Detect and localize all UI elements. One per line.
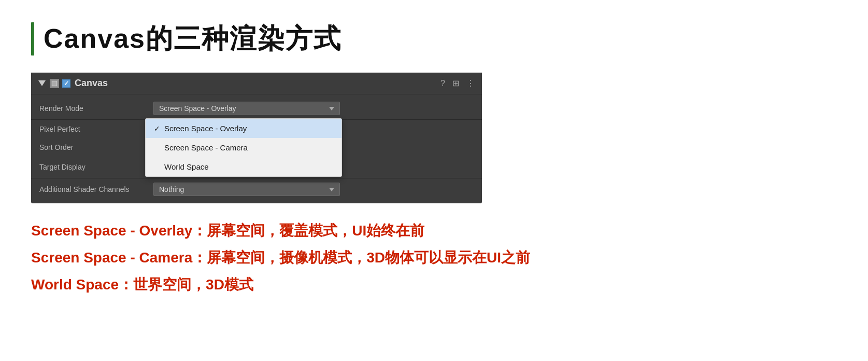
shader-channels-arrow-icon: [329, 188, 334, 191]
component-enabled-checkbox[interactable]: ✓: [62, 79, 70, 88]
dropdown-option-camera[interactable]: Screen Space - Camera: [146, 138, 341, 157]
desc-line-camera: Screen Space - Camera：屏幕空间，摄像机模式，3D物体可以显…: [31, 247, 837, 269]
unity-panel: ✓ Canvas ? ⊞ ⋮ Render Mode Screen Space …: [31, 73, 482, 203]
divider-2: [31, 178, 482, 178]
shader-channels-selected: Nothing: [159, 185, 184, 193]
desc-line-world: World Space：世界空间，3D模式: [31, 274, 837, 296]
render-mode-dropdown[interactable]: Screen Space - Overlay: [153, 102, 340, 115]
dropdown-option-world[interactable]: World Space: [146, 157, 341, 176]
render-mode-label: Render Mode: [39, 104, 153, 113]
shader-channels-label: Additional Shader Channels: [39, 185, 153, 193]
option-overlay-label: Screen Space - Overlay: [164, 124, 247, 133]
inspector-body: Render Mode Screen Space - Overlay ✓ Scr…: [31, 94, 482, 203]
shader-channels-value: Nothing: [153, 183, 474, 196]
more-options-icon[interactable]: ⋮: [466, 78, 475, 88]
dropdown-arrow-icon: [329, 107, 334, 110]
header-icons: ? ⊞ ⋮: [440, 78, 475, 88]
svg-rect-1: [52, 81, 56, 86]
checkmark-icon: ✓: [64, 80, 69, 87]
settings-icon[interactable]: ⊞: [452, 78, 459, 88]
title-bar: [31, 22, 34, 55]
collapse-triangle-icon[interactable]: [38, 80, 46, 86]
shader-channels-dropdown[interactable]: Nothing: [153, 183, 340, 196]
title-section: Canvas的三种渲染方式: [31, 21, 837, 57]
render-mode-row: Render Mode Screen Space - Overlay ✓ Scr…: [31, 99, 482, 118]
page-title: Canvas的三种渲染方式: [44, 21, 341, 57]
dropdown-popup: ✓ Screen Space - Overlay Screen Space - …: [145, 118, 342, 177]
page-container: Canvas的三种渲染方式 ✓ Canvas ? ⊞ ⋮: [0, 0, 868, 322]
shader-channels-row: Additional Shader Channels Nothing: [31, 179, 482, 199]
canvas-component-icon: [50, 79, 59, 88]
pixel-perfect-label: Pixel Perfect: [39, 125, 153, 133]
desc-line-overlay: Screen Space - Overlay：屏幕空间，覆盖模式，UI始终在前: [31, 220, 837, 242]
dropdown-option-overlay[interactable]: ✓ Screen Space - Overlay: [146, 119, 341, 138]
help-icon[interactable]: ?: [440, 79, 445, 88]
description-section: Screen Space - Overlay：屏幕空间，覆盖模式，UI始终在前 …: [31, 220, 837, 296]
render-mode-value: Screen Space - Overlay: [153, 102, 474, 115]
option-world-label: World Space: [164, 162, 209, 171]
target-display-label: Target Display: [39, 163, 153, 171]
sort-order-label: Sort Order: [39, 143, 153, 151]
unity-header: ✓ Canvas ? ⊞ ⋮: [31, 73, 482, 94]
render-mode-selected: Screen Space - Overlay: [159, 104, 236, 113]
component-title: Canvas: [75, 78, 440, 89]
selected-checkmark-icon: ✓: [154, 124, 164, 133]
option-camera-label: Screen Space - Camera: [164, 143, 248, 152]
